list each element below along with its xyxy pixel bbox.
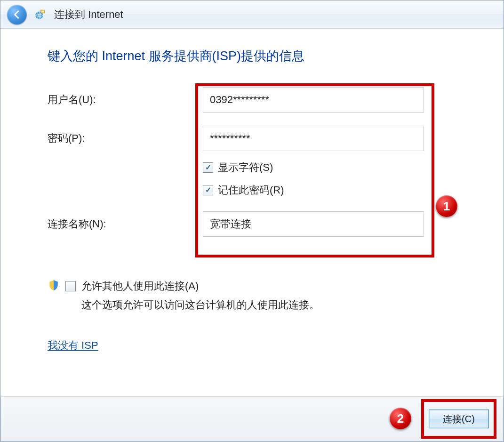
allow-others-section: 允许其他人使用此连接(A) 这个选项允许可以访问这台计算机的人使用此连接。 [48,279,464,312]
remember-password-label: 记住此密码(R) [218,183,284,197]
username-input[interactable] [203,87,424,113]
connect-button[interactable]: 连接(C) [429,410,489,428]
row-connection-name: 连接名称(N): [48,211,464,237]
show-chars-label: 显示字符(S) [218,161,273,175]
annotation-highlight-2: 连接(C) [421,399,496,439]
password-input[interactable] [203,126,424,151]
window-title: 连接到 Internet [54,8,123,22]
form-area: 用户名(U): 密码(P): 显示字符(S) 记住此密码(R) 连接名称(N): [48,87,464,237]
content-area: 键入您的 Internet 服务提供商(ISP)提供的信息 用户名(U): 密码… [0,29,504,397]
connection-name-label: 连接名称(N): [48,217,203,231]
shield-icon [48,279,60,291]
no-isp-link[interactable]: 我没有 ISP [48,338,98,353]
annotation-badge-2: 2 [390,408,411,429]
titlebar: 连接到 Internet [0,0,504,29]
username-label: 用户名(U): [48,93,203,107]
show-chars-checkbox[interactable] [203,162,213,173]
svg-rect-2 [41,10,44,12]
network-globe-icon [33,8,47,21]
row-username: 用户名(U): [48,87,464,113]
password-label: 密码(P): [48,131,203,145]
arrow-left-icon [12,9,22,20]
row-remember-password: 记住此密码(R) [203,183,464,197]
row-show-chars: 显示字符(S) [203,161,464,175]
footer-bar: 2 连接(C) [1,396,503,441]
row-password: 密码(P): [48,126,464,151]
back-button[interactable] [7,5,27,24]
allow-others-checkbox[interactable] [65,281,76,291]
page-heading: 键入您的 Internet 服务提供商(ISP)提供的信息 [48,48,464,64]
allow-others-description: 这个选项允许可以访问这台计算机的人使用此连接。 [81,298,320,312]
wizard-window: 连接到 Internet 键入您的 Internet 服务提供商(ISP)提供的… [0,0,504,442]
connection-name-input[interactable] [203,211,424,237]
remember-password-checkbox[interactable] [203,185,213,195]
allow-others-label: 允许其他人使用此连接(A) [81,279,199,293]
